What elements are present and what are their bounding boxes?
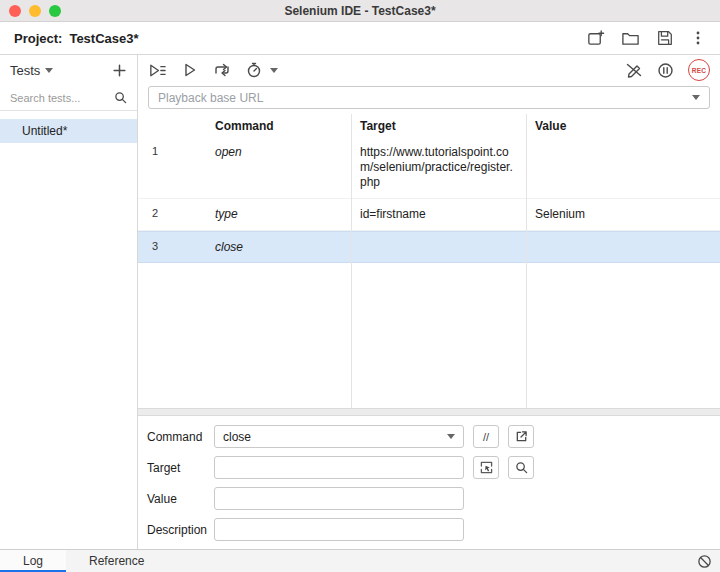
- run-all-tests-icon[interactable]: [148, 62, 167, 79]
- main-panel: REC Playback base URL Command Target Va: [138, 55, 720, 549]
- content: Tests Untitled*: [0, 55, 720, 549]
- more-menu-icon[interactable]: [690, 30, 706, 46]
- value-field-label: Value: [138, 492, 214, 506]
- window-controls: [9, 5, 61, 17]
- test-name: Untitled*: [22, 124, 67, 138]
- titlebar: Selenium IDE - TestCase3*: [0, 0, 720, 22]
- record-button[interactable]: REC: [688, 59, 710, 81]
- project-label: Project:: [14, 31, 62, 46]
- row-value: Selenium: [526, 199, 720, 230]
- table-row-selected[interactable]: 3 close: [138, 231, 720, 263]
- table-row[interactable]: 1 open https://www.tutorialspoint.com/se…: [138, 137, 720, 199]
- form-row-target: Target: [138, 456, 720, 479]
- selenium-ide-window: Selenium IDE - TestCase3* Project: TestC…: [0, 0, 720, 572]
- target-field-label: Target: [138, 461, 214, 475]
- toggle-comment-button[interactable]: //: [473, 425, 499, 448]
- row-command: type: [206, 199, 351, 230]
- open-project-icon[interactable]: [621, 29, 640, 48]
- command-column-header: Command: [206, 119, 351, 133]
- project-actions: [586, 29, 706, 48]
- pause-on-exceptions-icon[interactable]: [657, 62, 674, 79]
- row-value: [526, 137, 720, 198]
- row-target: [351, 232, 526, 262]
- search-tests-input[interactable]: [10, 92, 114, 104]
- form-row-description: Description: [138, 518, 720, 541]
- sidebar-header: Tests: [0, 55, 137, 85]
- chevron-down-icon: [447, 434, 455, 439]
- target-input[interactable]: [214, 456, 464, 479]
- tests-sidebar: Tests Untitled*: [0, 55, 138, 549]
- row-value: [526, 232, 720, 262]
- clear-log-icon[interactable]: [697, 554, 712, 569]
- target-column-header: Target: [351, 119, 526, 133]
- test-speed-control[interactable]: [246, 62, 278, 78]
- project-name: TestCase3*: [69, 31, 138, 46]
- disable-breakpoints-icon[interactable]: [625, 62, 643, 78]
- command-field-label: Command: [138, 430, 214, 444]
- row-target: https://www.tutorialspoint.com/selenium/…: [351, 137, 526, 198]
- minimize-window-button[interactable]: [29, 5, 41, 17]
- playback-url-row: Playback base URL: [138, 85, 720, 114]
- row-target: id=firstname: [351, 199, 526, 230]
- add-test-button[interactable]: [112, 63, 127, 78]
- toolbar-right: REC: [625, 59, 710, 81]
- playback-base-url-select[interactable]: Playback base URL: [148, 86, 710, 109]
- step-over-icon[interactable]: [213, 62, 231, 78]
- footer-right: [697, 550, 720, 572]
- test-list-item[interactable]: Untitled*: [0, 119, 137, 143]
- chevron-down-icon: [692, 95, 700, 100]
- select-target-icon[interactable]: [473, 456, 499, 479]
- test-list: Untitled*: [0, 111, 137, 549]
- search-icon: [114, 91, 127, 104]
- run-current-test-icon[interactable]: [182, 62, 198, 78]
- tab-reference-label: Reference: [89, 554, 144, 568]
- tab-log-label: Log: [23, 554, 43, 568]
- row-number: 3: [138, 232, 206, 262]
- row-number: 1: [138, 137, 206, 198]
- new-project-icon[interactable]: [586, 29, 605, 48]
- grid-header: Command Target Value: [138, 114, 720, 137]
- chevron-down-icon: [270, 68, 278, 73]
- search-target-icon[interactable]: [508, 456, 534, 479]
- form-row-command: Command close //: [138, 425, 720, 448]
- description-field-label: Description: [138, 523, 214, 537]
- close-window-button[interactable]: [9, 5, 21, 17]
- footer-tabbar: Log Reference: [0, 549, 720, 572]
- command-edit-form: Command close // Target: [138, 416, 720, 549]
- zoom-window-button[interactable]: [49, 5, 61, 17]
- command-select-value: close: [223, 430, 251, 444]
- row-command: open: [206, 137, 351, 198]
- command-select[interactable]: close: [214, 425, 464, 448]
- row-command: close: [206, 232, 351, 262]
- playback-toolbar: REC: [138, 55, 720, 85]
- command-grid: Command Target Value 1 open https://www.…: [138, 114, 720, 408]
- open-reference-icon[interactable]: [508, 425, 534, 448]
- tests-dropdown[interactable]: Tests: [10, 63, 40, 78]
- playback-base-url-placeholder: Playback base URL: [158, 91, 263, 105]
- tab-log[interactable]: Log: [0, 550, 66, 572]
- value-column-header: Value: [526, 119, 720, 133]
- value-input[interactable]: [214, 487, 464, 510]
- form-row-value: Value: [138, 487, 720, 510]
- row-number: 2: [138, 199, 206, 230]
- save-project-icon[interactable]: [656, 29, 674, 47]
- window-title: Selenium IDE - TestCase3*: [284, 4, 435, 18]
- description-input[interactable]: [214, 518, 464, 541]
- table-row[interactable]: 2 type id=firstname Selenium: [138, 199, 720, 231]
- project-bar: Project: TestCase3*: [0, 22, 720, 55]
- tab-reference[interactable]: Reference: [66, 550, 167, 572]
- chevron-down-icon: [45, 68, 53, 73]
- grid-body: 1 open https://www.tutorialspoint.com/se…: [138, 137, 720, 408]
- panel-splitter[interactable]: [138, 408, 720, 416]
- search-tests-row: [0, 85, 137, 111]
